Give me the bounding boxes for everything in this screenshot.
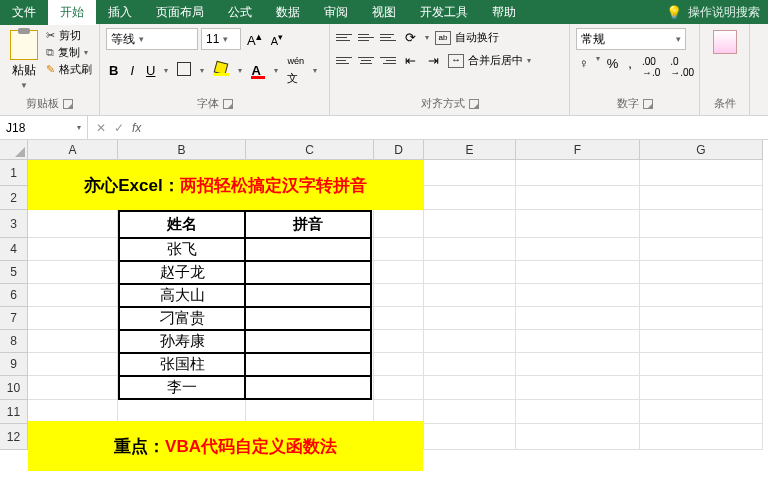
conditional-format-button[interactable]: [706, 28, 743, 56]
wrap-text-button[interactable]: ab自动换行: [435, 30, 499, 45]
format-painter-button[interactable]: ✎格式刷: [46, 62, 92, 77]
cell-G8[interactable]: [640, 330, 763, 353]
decrease-indent-button[interactable]: ⇤: [402, 51, 419, 70]
align-center-button[interactable]: [358, 57, 374, 64]
table-cell[interactable]: [245, 376, 371, 399]
cell-F8[interactable]: [516, 330, 640, 353]
cell-E1[interactable]: [424, 160, 516, 186]
cell-A5[interactable]: [28, 261, 118, 284]
tab-view[interactable]: 视图: [360, 0, 408, 25]
cell-F7[interactable]: [516, 307, 640, 330]
name-box[interactable]: J18▾: [0, 116, 88, 139]
row-header-5[interactable]: 5: [0, 261, 28, 284]
col-header-A[interactable]: A: [28, 140, 118, 160]
align-middle-button[interactable]: [358, 34, 374, 41]
phonetic-button[interactable]: wén文: [284, 54, 307, 88]
merge-center-button[interactable]: 合并后居中▾: [448, 53, 531, 68]
table-cell[interactable]: [245, 353, 371, 376]
col-header-D[interactable]: D: [374, 140, 424, 160]
tab-home[interactable]: 开始: [48, 0, 96, 25]
tell-me-search[interactable]: 操作说明搜索: [688, 4, 760, 21]
cell-G10[interactable]: [640, 376, 763, 400]
accept-formula-button[interactable]: ✓: [114, 121, 124, 135]
cell-G9[interactable]: [640, 353, 763, 376]
align-top-button[interactable]: [336, 34, 352, 41]
decrease-decimal-button[interactable]: .0→.00: [667, 54, 697, 80]
table-cell[interactable]: [245, 307, 371, 330]
cell-E9[interactable]: [424, 353, 516, 376]
tab-formula[interactable]: 公式: [216, 0, 264, 25]
underline-button[interactable]: U: [143, 61, 158, 80]
cell-D4[interactable]: [374, 238, 424, 261]
cancel-formula-button[interactable]: ✕: [96, 121, 106, 135]
cell-G5[interactable]: [640, 261, 763, 284]
paste-button[interactable]: 粘贴 ▼: [6, 28, 42, 92]
cell-E11[interactable]: [424, 400, 516, 424]
tab-layout[interactable]: 页面布局: [144, 0, 216, 25]
cell-E7[interactable]: [424, 307, 516, 330]
clipboard-launcher[interactable]: [63, 99, 73, 109]
cell-F9[interactable]: [516, 353, 640, 376]
cell-E10[interactable]: [424, 376, 516, 400]
number-launcher[interactable]: [643, 99, 653, 109]
align-right-button[interactable]: [380, 57, 396, 64]
row-header-7[interactable]: 7: [0, 307, 28, 330]
cell-D9[interactable]: [374, 353, 424, 376]
cell-A9[interactable]: [28, 353, 118, 376]
increase-decimal-button[interactable]: .00→.0: [639, 54, 663, 80]
table-cell[interactable]: [245, 284, 371, 307]
cell-G3[interactable]: [640, 210, 763, 238]
cell-F2[interactable]: [516, 186, 640, 210]
col-header-E[interactable]: E: [424, 140, 516, 160]
copy-button[interactable]: ⧉复制▾: [46, 45, 92, 60]
fill-color-button[interactable]: [210, 60, 232, 81]
row-header-2[interactable]: 2: [0, 186, 28, 210]
row-header-6[interactable]: 6: [0, 284, 28, 307]
increase-indent-button[interactable]: ⇥: [425, 51, 442, 70]
cell-G7[interactable]: [640, 307, 763, 330]
tab-dev[interactable]: 开发工具: [408, 0, 480, 25]
border-button[interactable]: [174, 60, 194, 81]
row-header-1[interactable]: 1: [0, 160, 28, 186]
header-pinyin[interactable]: 拼音: [245, 211, 371, 238]
select-all-button[interactable]: [0, 140, 28, 160]
font-name-combo[interactable]: 等线▾: [106, 28, 198, 50]
cell-G2[interactable]: [640, 186, 763, 210]
row-header-10[interactable]: 10: [0, 376, 28, 400]
table-cell[interactable]: 张国柱: [119, 353, 245, 376]
header-name[interactable]: 姓名: [119, 211, 245, 238]
cell-G12[interactable]: [640, 424, 763, 450]
table-cell[interactable]: 李一: [119, 376, 245, 399]
tab-file[interactable]: 文件: [0, 0, 48, 25]
orientation-button[interactable]: ⟳: [402, 28, 419, 47]
cell-G11[interactable]: [640, 400, 763, 424]
cell-A4[interactable]: [28, 238, 118, 261]
col-header-G[interactable]: G: [640, 140, 763, 160]
align-left-button[interactable]: [336, 57, 352, 64]
tab-insert[interactable]: 插入: [96, 0, 144, 25]
font-color-button[interactable]: A: [248, 61, 268, 80]
cell-G6[interactable]: [640, 284, 763, 307]
cell-E3[interactable]: [424, 210, 516, 238]
table-cell[interactable]: 赵子龙: [119, 261, 245, 284]
cell-E8[interactable]: [424, 330, 516, 353]
cell-G4[interactable]: [640, 238, 763, 261]
cell-A6[interactable]: [28, 284, 118, 307]
cell-D6[interactable]: [374, 284, 424, 307]
cell-E6[interactable]: [424, 284, 516, 307]
table-cell[interactable]: 孙寿康: [119, 330, 245, 353]
cell-E5[interactable]: [424, 261, 516, 284]
number-format-combo[interactable]: 常规▾: [576, 28, 686, 50]
cell-F6[interactable]: [516, 284, 640, 307]
table-cell[interactable]: 张飞: [119, 238, 245, 261]
align-launcher[interactable]: [469, 99, 479, 109]
table-cell[interactable]: 高大山: [119, 284, 245, 307]
row-header-11[interactable]: 11: [0, 400, 28, 424]
table-cell[interactable]: 刁富贵: [119, 307, 245, 330]
cell-F4[interactable]: [516, 238, 640, 261]
italic-button[interactable]: I: [127, 61, 137, 80]
row-header-4[interactable]: 4: [0, 238, 28, 261]
tab-help[interactable]: 帮助: [480, 0, 528, 25]
cell-F1[interactable]: [516, 160, 640, 186]
cell-E4[interactable]: [424, 238, 516, 261]
